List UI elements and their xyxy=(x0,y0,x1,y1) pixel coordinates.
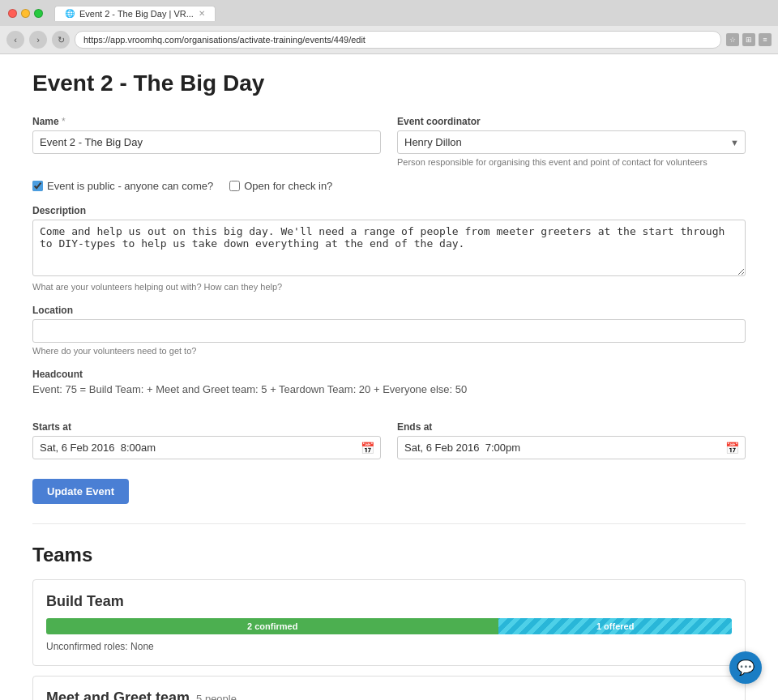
section-divider xyxy=(32,523,746,524)
teams-section-title: Teams xyxy=(32,544,746,566)
open-checkin-checkbox[interactable] xyxy=(229,181,240,191)
titlebar: 🌐 Event 2 - The Big Day | VR... ✕ xyxy=(0,0,778,26)
tab-close-button[interactable]: ✕ xyxy=(199,9,205,18)
menu-icon[interactable]: ≡ xyxy=(759,33,772,46)
page-content: Event 2 - The Big Day Name * Event coord… xyxy=(0,54,778,700)
name-input[interactable] xyxy=(32,130,381,154)
tab-favicon: 🌐 xyxy=(65,9,75,18)
field-starts-at: Starts at 📅 xyxy=(32,421,381,459)
maximize-window-button[interactable] xyxy=(34,9,43,18)
team-header-build: Build Team xyxy=(46,593,732,610)
chat-button[interactable]: 💬 xyxy=(729,651,762,684)
forward-button[interactable]: › xyxy=(29,31,47,49)
tab-title: Event 2 - The Big Day | VR... xyxy=(79,9,194,19)
ends-at-input[interactable] xyxy=(397,436,746,459)
progress-bar-build: 2 confirmed 1 offered xyxy=(46,618,732,634)
event-public-label: Event is public - anyone can come? xyxy=(47,180,213,192)
field-location: Location Where do your volunteers need t… xyxy=(32,305,746,356)
coordinator-label: Event coordinator xyxy=(397,116,746,127)
back-button[interactable]: ‹ xyxy=(6,31,24,49)
starts-at-input-wrapper: 📅 xyxy=(32,436,381,459)
event-public-checkbox-label[interactable]: Event is public - anyone can come? xyxy=(32,180,213,192)
team-count-meetgreet: 5 people xyxy=(196,693,237,700)
bar-confirmed-build: 2 confirmed xyxy=(46,618,498,634)
unconfirmed-roles-build: Unconfirmed roles: None xyxy=(46,641,732,652)
description-helper: What are your volunteers helping out wit… xyxy=(32,282,746,292)
team-name-meetgreet: Meet and Greet team xyxy=(46,689,190,700)
starts-at-input[interactable] xyxy=(32,436,381,459)
traffic-lights xyxy=(8,9,43,18)
form-row-name-coordinator: Name * Event coordinator Henry Dillon ▼ … xyxy=(32,116,746,167)
team-name-build: Build Team xyxy=(46,593,124,610)
form-row-headcount: Headcount Event: 75 = Build Team: + Meet… xyxy=(32,369,746,408)
chat-icon: 💬 xyxy=(737,659,754,677)
field-name: Name * xyxy=(32,116,381,167)
coordinator-select[interactable]: Henry Dillon xyxy=(397,130,746,154)
field-description: Description Come and help us out on this… xyxy=(32,205,746,292)
bar-offered-build: 1 offered xyxy=(498,618,732,634)
field-ends-at: Ends at 📅 xyxy=(397,421,746,459)
event-public-checkbox[interactable] xyxy=(32,181,43,191)
field-headcount: Headcount Event: 75 = Build Team: + Meet… xyxy=(32,369,746,408)
field-coordinator: Event coordinator Henry Dillon ▼ Person … xyxy=(397,116,746,167)
close-window-button[interactable] xyxy=(8,9,17,18)
bookmark-icon[interactable]: ☆ xyxy=(726,33,739,46)
extensions-icon[interactable]: ⊞ xyxy=(742,33,755,46)
open-checkin-label: Open for check in? xyxy=(244,180,332,192)
description-textarea[interactable]: Come and help us out on this big day. We… xyxy=(32,220,746,276)
ends-at-input-wrapper: 📅 xyxy=(397,436,746,459)
browser-icons: ☆ ⊞ ≡ xyxy=(726,33,772,46)
browser-chrome: 🌐 Event 2 - The Big Day | VR... ✕ ‹ › ↻ … xyxy=(0,0,778,54)
team-card-meetgreet: Meet and Greet team 5 people 1 confirmed… xyxy=(32,676,746,700)
browser-tab[interactable]: 🌐 Event 2 - The Big Day | VR... ✕ xyxy=(54,6,216,21)
minimize-window-button[interactable] xyxy=(21,9,30,18)
address-bar: ‹ › ↻ ☆ ⊞ ≡ xyxy=(0,26,778,53)
url-input[interactable] xyxy=(75,31,721,49)
headcount-value: Event: 75 = Build Team: + Meet and Greet… xyxy=(32,383,746,395)
update-event-button[interactable]: Update Event xyxy=(32,479,129,504)
reload-button[interactable]: ↻ xyxy=(52,31,70,49)
starts-at-label: Starts at xyxy=(32,421,381,433)
team-card-build: Build Team 2 confirmed 1 offered Unconfi… xyxy=(32,579,746,666)
ends-at-label: Ends at xyxy=(397,421,746,433)
coordinator-helper: Person responsible for organising this e… xyxy=(397,157,746,167)
location-input[interactable] xyxy=(32,319,746,343)
location-label: Location xyxy=(32,305,746,316)
form-row-description: Description Come and help us out on this… xyxy=(32,205,746,292)
coordinator-select-wrapper: Henry Dillon ▼ xyxy=(397,130,746,154)
name-label: Name * xyxy=(32,116,381,127)
headcount-label: Headcount xyxy=(32,369,746,380)
description-label: Description xyxy=(32,205,746,216)
open-checkin-checkbox-label[interactable]: Open for check in? xyxy=(229,180,332,192)
location-helper: Where do your volunteers need to get to? xyxy=(32,346,746,356)
form-row-dates: Starts at 📅 Ends at 📅 xyxy=(32,421,746,459)
team-header-meetgreet: Meet and Greet team 5 people xyxy=(46,689,732,700)
checkbox-row: Event is public - anyone can come? Open … xyxy=(32,180,746,192)
page-title: Event 2 - The Big Day xyxy=(32,70,746,96)
form-row-location: Location Where do your volunteers need t… xyxy=(32,305,746,356)
